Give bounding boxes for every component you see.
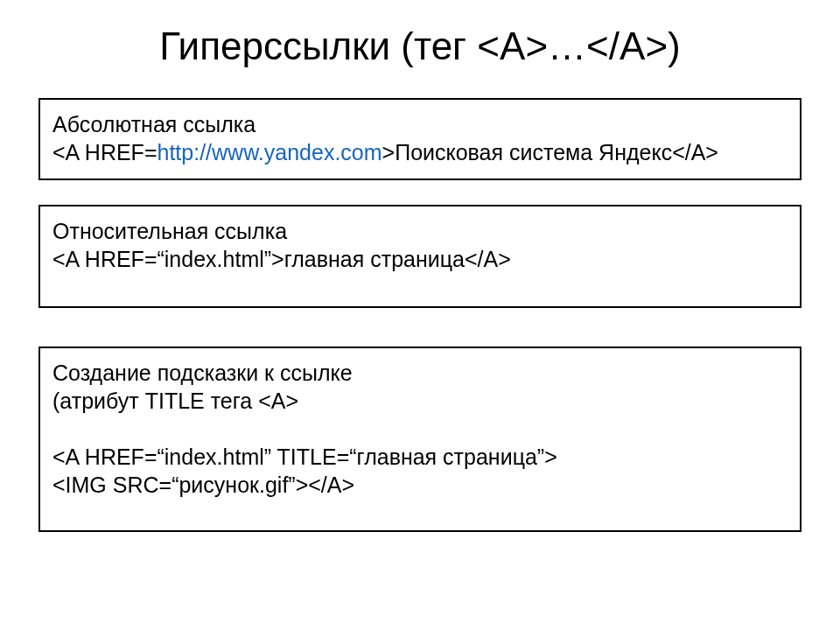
box1-line2: <A HREF=http://www.yandex.com>Поисковая … (52, 138, 788, 166)
box-relative-link: Относительная ссылка <A HREF=“index.html… (38, 205, 802, 308)
box1-line1: Абсолютная ссылка (52, 110, 788, 138)
box2-line1: Относительная ссылка (52, 217, 788, 245)
box1-line2-suffix: >Поисковая система Яндекс</A> (382, 140, 718, 164)
box3-line2: (атрибут TITLE тега <A> (52, 387, 788, 415)
box1-line2-url: http://www.yandex.com (158, 140, 382, 164)
box-absolute-link: Абсолютная ссылка <A HREF=http://www.yan… (38, 98, 802, 180)
spacer (52, 415, 788, 443)
box-title-attribute: Создание подсказки к ссылке (атрибут TIT… (38, 346, 802, 532)
slide-title: Гиперссылки (тег <A>…</A>) (0, 0, 840, 98)
slide: Гиперссылки (тег <A>…</A>) Абсолютная сс… (0, 0, 840, 630)
box3-line1: Создание подсказки к ссылке (52, 359, 788, 387)
box3-line3: <A HREF=“index.html” TITLE=“главная стра… (52, 443, 788, 471)
box2-line2: <A HREF=“index.html”>главная страница</A… (52, 245, 788, 273)
box3-line4: <IMG SRC=“рисунок.gif”></A> (52, 471, 788, 499)
box1-line2-prefix: <A HREF= (52, 140, 158, 164)
